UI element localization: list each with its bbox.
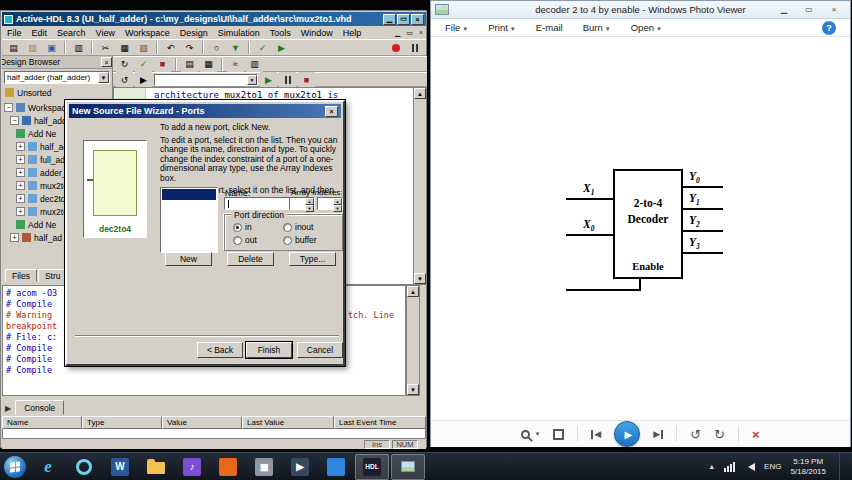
- taskbar-browser[interactable]: [67, 454, 101, 480]
- taskbar-word[interactable]: W: [103, 454, 137, 480]
- delete-button[interactable]: ×: [752, 427, 760, 442]
- spin-down-icon[interactable]: ▼: [305, 205, 314, 212]
- scroll-up-icon[interactable]: ▲: [414, 88, 426, 99]
- taskbar-clock[interactable]: 5:19 PM5/18/2015: [790, 457, 826, 476]
- scroll-down-icon[interactable]: ▼: [414, 273, 426, 284]
- network-icon[interactable]: [724, 462, 735, 472]
- pause-icon[interactable]: [406, 40, 423, 55]
- play-slideshow-button[interactable]: ▶: [614, 421, 640, 447]
- radio-icon[interactable]: [283, 223, 292, 232]
- active-hdl-titlebar[interactable]: Active-HDL 8.3 (UI_half_adder) - c:\my_d…: [2, 12, 426, 26]
- help-icon[interactable]: ?: [822, 21, 836, 35]
- menu-view[interactable]: View: [91, 28, 120, 38]
- redo-icon[interactable]: ↷: [181, 40, 198, 55]
- mdi-restore-icon[interactable]: ▭: [403, 29, 416, 37]
- radio-buffer[interactable]: buffer: [283, 235, 317, 245]
- tab-files[interactable]: Files: [5, 269, 37, 282]
- taskbar-calculator[interactable]: ▦: [247, 454, 281, 480]
- menu-email[interactable]: E-mail: [536, 22, 563, 33]
- copy-icon[interactable]: ▦: [116, 40, 133, 55]
- expand-right-icon[interactable]: ▶: [5, 404, 11, 415]
- compile-icon[interactable]: ✓: [254, 40, 271, 55]
- taskbar-ie[interactable]: e: [31, 454, 65, 480]
- build-icon[interactable]: ✓: [135, 57, 152, 72]
- waveform-icon[interactable]: ≈: [227, 57, 244, 72]
- type-button[interactable]: Type...: [289, 252, 336, 266]
- find-icon[interactable]: ○: [208, 40, 225, 55]
- design-select-combo[interactable]: half_adder (half_adder) ▼: [4, 71, 110, 84]
- port-name-input[interactable]: [224, 197, 290, 210]
- taskbar-explorer[interactable]: [139, 454, 173, 480]
- restart-icon[interactable]: ↺: [116, 72, 133, 87]
- unsorted-item[interactable]: Unsorted: [2, 86, 112, 99]
- previous-button[interactable]: ◀: [591, 429, 601, 439]
- actual-size-button[interactable]: [553, 429, 564, 440]
- finish-button[interactable]: Finish: [246, 342, 292, 358]
- stop-icon[interactable]: ■: [154, 57, 171, 72]
- minimize-icon[interactable]: ▁: [383, 14, 396, 25]
- column-type[interactable]: Type: [82, 416, 162, 429]
- menu-file[interactable]: File▼: [445, 22, 468, 33]
- tab-structure[interactable]: Stru: [38, 269, 68, 282]
- rotate-clockwise-button[interactable]: ↻: [714, 427, 725, 442]
- close-icon[interactable]: ×: [325, 106, 338, 117]
- collapse-icon[interactable]: −: [10, 116, 19, 125]
- spin-up-icon[interactable]: ▲: [333, 198, 342, 205]
- cut-icon[interactable]: ✂: [97, 40, 114, 55]
- scroll-down-icon[interactable]: ▼: [407, 384, 419, 395]
- library-manager-icon[interactable]: ▤: [181, 57, 198, 72]
- expand-icon[interactable]: +: [16, 142, 25, 151]
- column-last-value[interactable]: Last Value: [242, 416, 334, 429]
- selected-port-row[interactable]: [162, 189, 216, 200]
- menu-help[interactable]: Help: [338, 28, 367, 38]
- taskbar-app-blue[interactable]: [319, 454, 353, 480]
- tab-console[interactable]: Console: [15, 400, 64, 415]
- photo-viewer-titlebar[interactable]: decoder 2 to 4 by enable - Windows Photo…: [431, 1, 850, 19]
- expand-icon[interactable]: +: [16, 168, 25, 177]
- menu-burn[interactable]: Burn▼: [583, 22, 611, 33]
- maximize-icon[interactable]: ▭: [797, 2, 821, 17]
- menu-design[interactable]: Design: [175, 28, 213, 38]
- trace-icon[interactable]: ▥: [246, 57, 263, 72]
- delete-button[interactable]: Delete: [227, 252, 274, 266]
- menu-print[interactable]: Print▼: [488, 22, 516, 33]
- taskbar-media-player[interactable]: ♪: [175, 454, 209, 480]
- radio-icon[interactable]: [233, 236, 242, 245]
- spin-down-icon[interactable]: ▼: [333, 205, 342, 212]
- expand-icon[interactable]: +: [10, 233, 19, 242]
- column-last-event-time[interactable]: Last Event Time: [334, 416, 426, 429]
- menu-file[interactable]: File: [2, 28, 27, 38]
- record-icon[interactable]: [387, 40, 404, 55]
- dialog-titlebar[interactable]: New Source File Wizard - Ports ×: [69, 104, 341, 118]
- cancel-button[interactable]: Cancel: [297, 342, 343, 358]
- editor-scrollbar[interactable]: ▲ ▼: [413, 88, 426, 284]
- rotate-counterclockwise-button[interactable]: ↺: [690, 427, 701, 442]
- bookmark-icon[interactable]: ▼: [227, 40, 244, 55]
- back-button[interactable]: < Back: [197, 342, 243, 358]
- menu-tools[interactable]: Tools: [265, 28, 296, 38]
- column-name[interactable]: Name: [2, 416, 82, 429]
- simulation-time-combo[interactable]: ▼: [154, 74, 258, 86]
- pause-sim-icon[interactable]: [279, 72, 296, 87]
- taskbar-app-navy[interactable]: ▶: [283, 454, 317, 480]
- menu-search[interactable]: Search: [52, 28, 91, 38]
- menu-window[interactable]: Window: [296, 28, 338, 38]
- chevron-down-icon[interactable]: ▼: [98, 72, 109, 83]
- port-list[interactable]: [160, 187, 218, 253]
- menu-simulation[interactable]: Simulation: [213, 28, 265, 38]
- taskbar-office[interactable]: [211, 454, 245, 480]
- menu-open[interactable]: Open▼: [631, 22, 662, 33]
- radio-icon[interactable]: [233, 223, 242, 232]
- zoom-button[interactable]: ▼: [521, 430, 540, 439]
- design-browser-header[interactable]: Design Browser ×: [2, 56, 112, 69]
- paste-icon[interactable]: ▧: [135, 40, 152, 55]
- console-scrollbar[interactable]: ▲ ▼: [406, 285, 420, 396]
- taskbar-photo-viewer[interactable]: [391, 454, 425, 480]
- array-index-left-spinner[interactable]: ▲▼: [289, 197, 315, 210]
- expand-icon[interactable]: +: [16, 194, 25, 203]
- array-index-right-spinner[interactable]: ▲▼: [317, 197, 343, 210]
- radio-icon[interactable]: [283, 236, 292, 245]
- open-file-icon[interactable]: ▨: [24, 40, 41, 55]
- radio-out[interactable]: out: [233, 235, 257, 245]
- panel-close-icon[interactable]: ×: [101, 57, 112, 67]
